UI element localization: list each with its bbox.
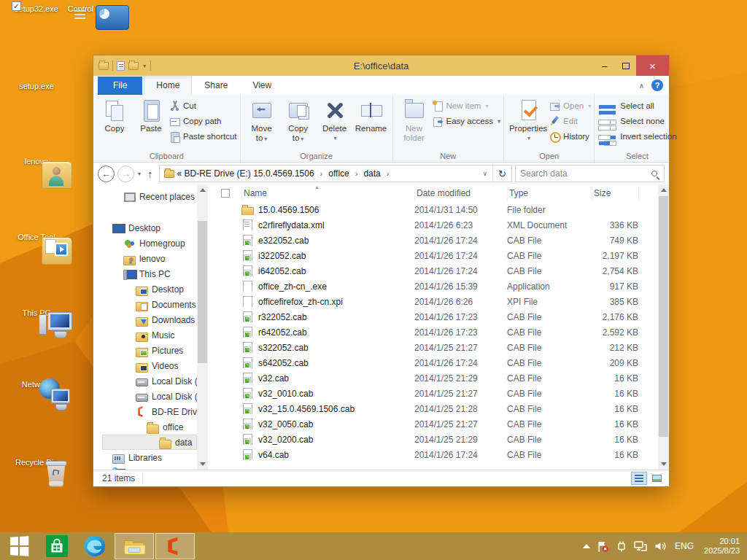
forward-button[interactable]: → — [117, 166, 134, 182]
file-row[interactable]: i642052.cab 2014/1/26 17:24 CAB File 2,7… — [209, 263, 658, 279]
file-row[interactable]: r322052.cab 2014/1/26 17:23 CAB File 2,1… — [209, 309, 658, 324]
maximize-button[interactable] — [615, 55, 636, 76]
scroll-down-icon[interactable] — [658, 459, 669, 470]
scroll-up-icon[interactable] — [658, 184, 669, 195]
file-list-scrollbar[interactable] — [658, 184, 669, 470]
nav-item[interactable]: Libraries — [93, 450, 197, 465]
tab-share[interactable]: Share — [192, 77, 240, 95]
address-dropdown-chevron-icon[interactable]: ∨ — [478, 170, 493, 177]
recent-locations-chevron-icon[interactable]: ▾ — [137, 171, 142, 177]
taskbar-store-button[interactable] — [38, 532, 76, 560]
desktop-icon[interactable]: ✓ setup32.exe — [6, 3, 67, 13]
network-icon[interactable] — [634, 540, 647, 552]
minimize-button[interactable]: – — [594, 55, 615, 76]
nav-item[interactable]: Homegroup — [93, 236, 197, 251]
breadcrumb-drive[interactable]: « BD-RE Drive (E:) 15.0.4569.1506 — [177, 168, 314, 179]
easy-access-button[interactable]: Easy access▾ — [433, 114, 501, 128]
file-row[interactable]: officefirefox_zh-cn.xpi 2014/1/26 6:26 X… — [209, 294, 658, 309]
rename-button[interactable]: Rename — [353, 96, 390, 133]
nav-item[interactable]: lenovo — [93, 251, 197, 266]
breadcrumb-office[interactable]: office — [328, 168, 349, 179]
action-center-icon[interactable] — [597, 540, 609, 553]
column-header-type[interactable]: Type — [507, 184, 592, 202]
nav-scrollbar[interactable] — [197, 184, 208, 470]
file-row[interactable]: e322052.cab 2014/1/26 17:24 CAB File 749… — [209, 233, 658, 248]
nav-item[interactable]: Local Disk (C:) — [93, 373, 197, 389]
file-row[interactable]: r642052.cab 2014/1/26 17:23 CAB File 2,5… — [209, 324, 658, 340]
nav-item[interactable]: Videos — [93, 358, 197, 373]
tab-view[interactable]: View — [240, 77, 284, 95]
title-bar[interactable]: ▾ E:\office\data – × — [93, 55, 669, 76]
file-row[interactable]: v32_0010.cab 2014/1/25 21:27 CAB File 16… — [209, 386, 658, 401]
nav-item[interactable]: Documents — [93, 297, 197, 312]
edit-button[interactable]: Edit — [549, 114, 591, 128]
history-button[interactable]: History — [549, 130, 591, 143]
desktop-icon[interactable]: ✓ Office Tool — [6, 231, 67, 241]
taskbar-clock[interactable]: 20:01 2025/8/23 — [703, 537, 740, 556]
tab-home[interactable]: Home — [144, 77, 192, 95]
file-row[interactable]: v64.cab 2014/1/26 17:24 CAB File 16 KB — [209, 447, 658, 462]
nav-item[interactable]: office — [93, 419, 197, 435]
desktop-icon[interactable]: ✓ lenovo — [6, 155, 67, 166]
file-row[interactable]: c2rfireflydata.xml 2014/1/26 6:23 XML Do… — [209, 217, 658, 233]
details-view-button[interactable] — [631, 472, 647, 485]
taskbar-edge-button[interactable] — [76, 532, 114, 560]
file-row[interactable]: v32_0050.cab 2014/1/25 21:27 CAB File 16… — [209, 416, 658, 432]
qat-new-folder-icon[interactable] — [128, 62, 139, 70]
language-indicator[interactable]: ENG — [673, 541, 696, 551]
show-hidden-icons-button[interactable] — [583, 544, 590, 548]
taskbar-office-setup-button[interactable] — [155, 533, 195, 559]
column-header-size[interactable]: Size — [592, 184, 638, 202]
close-button[interactable]: × — [636, 55, 669, 76]
copy-to-button[interactable]: Copyto▾ — [280, 96, 317, 144]
scroll-up-icon[interactable] — [197, 184, 208, 195]
column-header-date[interactable]: Date modified — [414, 184, 507, 202]
paste-button[interactable]: Paste — [133, 96, 169, 133]
copy-button[interactable]: Copy — [96, 96, 133, 133]
invert-selection-button[interactable]: Invert selection — [597, 130, 676, 143]
volume-icon[interactable] — [654, 540, 666, 552]
tab-file[interactable]: File — [98, 77, 142, 95]
address-box[interactable]: « BD-RE Drive (E:) 15.0.4569.1506 › offi… — [159, 165, 512, 182]
select-all-button[interactable]: Select all — [597, 99, 676, 112]
new-item-button[interactable]: New item▾ — [433, 99, 501, 112]
help-icon[interactable]: ? — [651, 79, 663, 91]
desktop-icon[interactable]: ✓ This PC — [6, 307, 67, 317]
paste-shortcut-button[interactable]: Paste shortcut — [169, 130, 237, 143]
scroll-down-icon[interactable] — [197, 459, 208, 470]
selection-checkbox[interactable]: ✓ — [12, 1, 21, 11]
new-folder-button[interactable]: Newfolder — [396, 96, 433, 143]
desktop-icon[interactable]: ✓ setup.exe — [6, 80, 67, 90]
file-row[interactable]: s642052.cab 2014/1/26 17:24 CAB File 209… — [209, 355, 658, 370]
up-button[interactable]: ↑ — [144, 168, 156, 180]
nav-item[interactable]: data — [102, 435, 197, 450]
delete-button[interactable]: Delete▾ — [317, 96, 353, 143]
explorer-icon[interactable] — [98, 62, 109, 70]
power-icon[interactable] — [616, 540, 627, 553]
file-row[interactable]: 15.0.4569.1506 2014/1/31 14:50 File fold… — [209, 202, 658, 217]
search-input[interactable] — [520, 168, 651, 179]
nav-item[interactable]: Downloads — [93, 312, 197, 327]
file-row[interactable]: office_zh-cn_.exe 2014/1/26 15:39 Applic… — [209, 279, 658, 294]
file-row[interactable]: v32_15.0.4569.1506.cab 2014/1/25 21:28 C… — [209, 401, 658, 416]
file-row[interactable]: i322052.cab 2014/1/26 17:24 CAB File 2,1… — [209, 248, 658, 263]
nav-item[interactable]: Local Disk (D:) — [93, 389, 197, 404]
qat-properties-icon[interactable] — [117, 61, 125, 71]
nav-item[interactable]: Pictures — [93, 343, 197, 358]
nav-item[interactable]: Desktop — [93, 220, 197, 236]
refresh-button[interactable]: ↻ — [492, 166, 511, 182]
back-button[interactable]: ← — [98, 166, 115, 182]
breadcrumb-data[interactable]: data — [363, 168, 380, 179]
nav-item[interactable]: BD-RE Drive (E: — [93, 404, 197, 419]
start-button[interactable] — [0, 532, 38, 560]
select-none-button[interactable]: Select none — [597, 114, 676, 128]
nav-item[interactable]: Desktop — [93, 281, 197, 297]
nav-item[interactable]: This PC — [93, 266, 197, 281]
nav-item[interactable]: Network — [93, 465, 197, 470]
nav-item[interactable]: Music — [93, 327, 197, 343]
desktop-icon[interactable]: ✓ Recycle Bin — [6, 456, 67, 467]
column-header-name[interactable]: Name▲ — [241, 184, 414, 202]
desktop-icon[interactable]: ✓ Network — [6, 378, 67, 389]
file-row[interactable]: v32.cab 2014/1/25 21:29 CAB File 16 KB — [209, 370, 658, 386]
thumbnails-view-button[interactable] — [649, 472, 665, 485]
